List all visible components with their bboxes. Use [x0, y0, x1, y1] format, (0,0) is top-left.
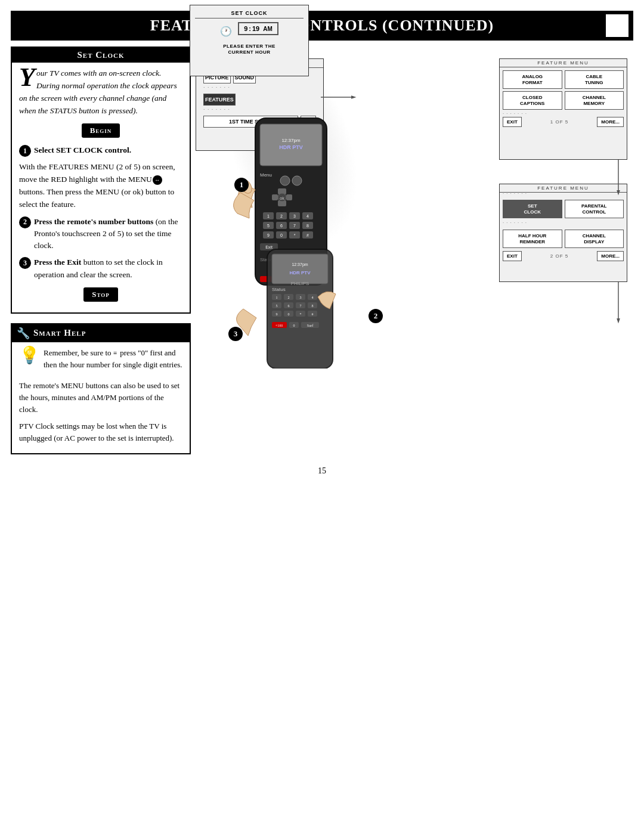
lines-icon: ≡ — [113, 348, 117, 358]
smart-help-section: 🔧 Smart Help 💡 Remember, be sure to ≡ pr… — [11, 323, 191, 454]
smart-help-para1-line: 💡 Remember, be sure to ≡ press "0" first… — [19, 347, 182, 375]
main-menu-mid-row: FEATURES — [200, 94, 320, 106]
svg-text:PHILIPS: PHILIPS — [291, 281, 309, 286]
step-1-bold: Select SET CLOCK control. — [34, 145, 131, 154]
svg-text:#: # — [306, 233, 309, 237]
page-header: Feature Menu Controls (Continued) — [11, 11, 633, 41]
svg-text:8: 8 — [306, 224, 309, 228]
svg-text:12:37pm: 12:37pm — [292, 262, 308, 267]
set-clock-screen-inner: SET CLOCK 🕐 9 : 19 AM PLEASE ENTER THECU… — [190, 5, 308, 61]
content-area: Set Clock Your TV comes with an on-scree… — [11, 41, 633, 460]
main-menu-features: FEATURES — [203, 94, 236, 106]
svg-text:0: 0 — [280, 233, 283, 237]
tick-marks-fm2a: ` ` ` ` ` ` ` — [500, 193, 627, 197]
clock-hour: 9 — [244, 25, 247, 32]
set-clock-intro: Your TV comes with an on-screen clock. D… — [19, 67, 182, 117]
tick-marks-fm2b: ` ` ` ` ` ` ` — [503, 221, 562, 227]
menu-arrows-icon: ↔ — [153, 175, 162, 185]
feature-menu-2-screen: FEATURE MENU ` ` ` ` ` ` ` SETCLOCK PARE… — [499, 184, 627, 282]
smart-help-content: 💡 Remember, be sure to ≡ press "0" first… — [12, 342, 190, 453]
feature-menu-2-page: 2 OF 5 — [550, 253, 568, 259]
svg-text:6: 6 — [280, 224, 283, 228]
feature-menu-1-page: 1 OF 5 — [550, 119, 568, 125]
header-corner-box — [606, 14, 628, 37]
set-clock-content: Your TV comes with an on-screen clock. D… — [12, 63, 190, 312]
svg-text:Status: Status — [272, 287, 286, 292]
smart-help-icon: 🔧 — [17, 327, 30, 340]
svg-text:9: 9 — [267, 233, 270, 237]
feature-menu-2-footer: EXIT 2 OF 5 MORE... — [500, 251, 627, 263]
drop-cap-y: Y — [19, 67, 35, 87]
svg-text:6: 6 — [288, 304, 290, 308]
smart-help-para3: PTV Clock settings may be lost when the … — [19, 420, 182, 444]
connector-arrow-3 — [609, 282, 627, 324]
feature-btn-channel-display: CHANNELDISPLAY — [565, 230, 624, 248]
feature-btn-cable-tuning: CABLETUNING — [565, 70, 624, 89]
svg-text:5: 5 — [267, 224, 270, 228]
set-clock-section: Set Clock Your TV comes with an on-scree… — [11, 47, 191, 314]
step-1-detail: With the FEATURES MENU (2 of 5) on scree… — [19, 161, 182, 211]
feature-menu-1-title: FEATURE MENU — [500, 59, 627, 67]
diag-step-2: 2 — [369, 309, 383, 323]
feature-menu-2-more: MORE... — [597, 251, 624, 261]
step-2-number: 2 — [19, 216, 31, 228]
clock-period: AM — [263, 26, 273, 32]
tick-marks-1: ` ` ` ` ` ` ` — [200, 86, 320, 91]
page-number: 15 — [0, 460, 644, 482]
step-3: 3 Press the Exit button to set the clock… — [19, 256, 182, 281]
feature-btn-analog-format: ANALOGFORMAT — [503, 70, 562, 89]
smart-help-para1: Remember, be sure to ≡ press "0" first a… — [44, 347, 182, 371]
feature-menu-1-grid: ANALOGFORMAT CABLETUNING CLOSEDCAPTIONS … — [500, 67, 627, 113]
svg-text:Exit: Exit — [265, 245, 273, 249]
feature-btn-closed-captions: CLOSEDCAPTIONS — [503, 91, 562, 110]
svg-text:*: * — [300, 312, 302, 316]
feature-btn-set-clock: SETCLOCK — [503, 200, 562, 218]
svg-text:ok: ok — [280, 196, 284, 200]
svg-text:12:37pm: 12:37pm — [281, 138, 300, 143]
feature-menu-2-title: FEATURE MENU — [500, 184, 627, 193]
step-3-number: 3 — [19, 257, 31, 269]
left-column: Set Clock Your TV comes with an on-scree… — [11, 41, 196, 460]
step-2-bold: Press the remote's number buttons — [34, 217, 153, 226]
diag-step-1: 1 — [234, 178, 249, 192]
svg-text:1: 1 — [276, 296, 278, 299]
clock-display: 9 : 19 AM — [238, 22, 278, 35]
step-3-text: Press the Exit button to set the clock i… — [34, 256, 182, 281]
set-clock-screen-title: SET CLOCK — [195, 10, 304, 18]
svg-text:1: 1 — [267, 214, 270, 218]
step-2: 2 Press the remote's number buttons (on … — [19, 216, 182, 252]
svg-rect-16 — [286, 194, 292, 200]
svg-rect-15 — [272, 194, 278, 200]
step-3-bold: Press the Exit — [34, 258, 81, 267]
svg-text:2: 2 — [280, 214, 283, 218]
svg-point-10 — [280, 176, 290, 185]
svg-text:7: 7 — [293, 224, 296, 228]
svg-text:Surf: Surf — [307, 324, 313, 327]
smart-help-title: Smart Help — [33, 328, 86, 338]
svg-text:4: 4 — [312, 296, 314, 299]
stop-badge: Stop — [83, 287, 118, 302]
clock-prompt: PLEASE ENTER THECURRENT HOUR — [195, 44, 304, 56]
svg-text:9: 9 — [276, 312, 278, 316]
svg-text:3: 3 — [300, 296, 302, 299]
svg-text:0: 0 — [288, 312, 290, 316]
feature-btn-half-hour: HALF HOURREMINDER — [503, 230, 562, 248]
set-clock-screen: SET CLOCK 🕐 9 : 19 AM PLEASE ENTER THECU… — [190, 5, 309, 76]
begin-badge: Begin — [82, 123, 120, 138]
svg-text:3: 3 — [293, 214, 296, 218]
feature-btn-channel-memory: CHANNELMEMORY — [565, 91, 624, 110]
feature-menu-1-exit: EXIT — [503, 117, 522, 127]
step-1-number: 1 — [19, 145, 31, 157]
stop-container: Stop — [19, 285, 182, 304]
diagram-container: MAIN MENU PICTURE SOUND ` ` ` ` ` ` ` FE… — [196, 41, 633, 446]
svg-text:5: 5 — [276, 304, 278, 308]
feature-btn-parental-control: PARENTALCONTROL — [565, 200, 624, 218]
svg-text:HDR PTV: HDR PTV — [289, 270, 311, 275]
step-1-text: Select SET CLOCK control. — [34, 144, 131, 156]
svg-text:0: 0 — [293, 324, 295, 327]
set-clock-title: Set Clock — [78, 50, 125, 60]
svg-text:Menu: Menu — [260, 172, 272, 178]
right-column: MAIN MENU PICTURE SOUND ` ` ` ` ` ` ` FE… — [196, 41, 633, 460]
feature-menu-2-exit: EXIT — [503, 251, 522, 261]
svg-text:7: 7 — [300, 304, 302, 308]
